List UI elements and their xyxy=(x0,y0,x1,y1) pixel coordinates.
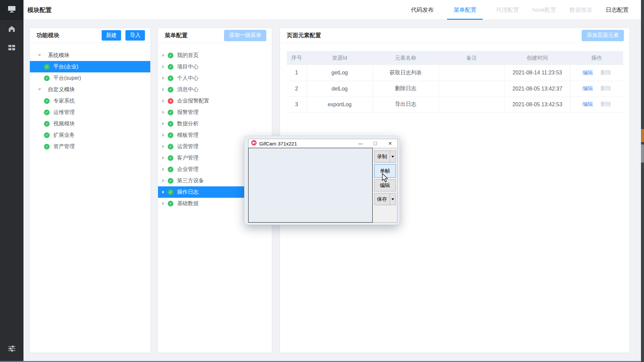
check-circle-icon: ✓ xyxy=(44,75,50,81)
tab-hook-config[interactable]: hook配置 xyxy=(532,0,556,20)
check-circle-icon: ✓ xyxy=(168,132,173,138)
close-button[interactable]: ✕ xyxy=(383,139,397,148)
record-button[interactable]: 录制 xyxy=(374,150,396,163)
check-circle-icon: ✓ xyxy=(168,64,173,70)
check-circle-icon: ✓ xyxy=(44,132,50,138)
scrollbar-marker xyxy=(641,129,644,142)
chevron-down-icon xyxy=(38,54,41,56)
tree-item[interactable]: ✓ 视频模块 xyxy=(30,118,150,129)
function-modules-panel: 功能模块 新建 导入 系统模块 ✓ 平台(企业) ✓ 平台(super) 自定义… xyxy=(30,28,151,353)
chevron-down-icon xyxy=(38,88,41,90)
tree-item[interactable]: ✓ 平台(super) xyxy=(30,72,150,84)
menu-item[interactable]: ✓消息中心 xyxy=(158,84,272,95)
delete-link[interactable]: 删除 xyxy=(600,85,611,91)
menu-item[interactable]: ✓数据分析 xyxy=(158,118,272,129)
tree-item[interactable]: ✓ 专家系统 xyxy=(30,95,150,107)
edit-link[interactable]: 编辑 xyxy=(582,101,593,107)
page-elements-table: 序号 资源Id 元素名称 备注 创建时间 操作 1 getLog 获取日志列表 … xyxy=(287,51,623,113)
check-circle-icon: ✓ xyxy=(168,201,173,206)
chevron-right-icon xyxy=(162,122,164,125)
check-circle-icon: ✓ xyxy=(168,189,173,195)
app-logo xyxy=(0,0,23,20)
edit-link[interactable]: 编辑 xyxy=(582,70,593,75)
check-circle-icon: ✓ xyxy=(168,75,173,81)
check-circle-icon: ✓ xyxy=(168,121,173,127)
new-module-button[interactable]: 新建 xyxy=(102,30,121,41)
chevron-right-icon xyxy=(162,111,164,114)
panel-title-modules: 功能模块 xyxy=(37,32,59,39)
maximize-button[interactable] xyxy=(368,139,383,148)
tree-group[interactable]: 系统模块 xyxy=(30,50,150,61)
chevron-right-icon xyxy=(162,190,164,194)
minimize-button[interactable]: — xyxy=(353,139,368,148)
tab-proxy-config[interactable]: 代理配置 xyxy=(496,0,519,20)
delete-link[interactable]: 删除 xyxy=(600,70,611,75)
col-element-name: 元素名称 xyxy=(373,51,439,65)
panel-title-menus: 菜单配置 xyxy=(165,32,187,39)
scrollbar-thumb[interactable] xyxy=(641,144,644,163)
save-button[interactable]: 保存 xyxy=(374,193,396,205)
col-remark: 备注 xyxy=(439,51,504,65)
chevron-right-icon xyxy=(162,168,164,171)
tab-menu-config[interactable]: 菜单配置 xyxy=(447,0,483,20)
check-circle-icon: ✓ xyxy=(44,110,50,115)
home-icon xyxy=(8,25,15,34)
col-created: 创建时间 xyxy=(504,51,570,65)
sidebar-item-modules[interactable] xyxy=(0,40,23,56)
delete-link[interactable]: 删除 xyxy=(600,101,611,107)
chevron-right-icon xyxy=(162,179,164,182)
edit-link[interactable]: 编辑 xyxy=(582,85,593,91)
check-circle-icon: ✓ xyxy=(168,53,173,58)
gifcam-app-icon xyxy=(251,140,257,147)
menu-item[interactable]: ✓个人中心 xyxy=(158,72,272,84)
chevron-right-icon xyxy=(162,156,164,160)
import-module-button[interactable]: 导入 xyxy=(125,30,145,41)
tab-code-release[interactable]: 代码发布 xyxy=(411,0,434,20)
add-page-element-button[interactable]: 添加页面元素 xyxy=(582,30,624,41)
check-circle-icon: ✓ xyxy=(168,110,173,115)
col-actions: 操作 xyxy=(570,51,623,65)
chevron-right-icon xyxy=(162,54,164,57)
panel-title-elements: 页面元素配置 xyxy=(287,32,321,39)
tree-item[interactable]: ✓ 运维管理 xyxy=(30,107,150,118)
chevron-right-icon xyxy=(162,202,164,205)
check-circle-icon: ✓ xyxy=(44,64,50,70)
sidebar-item-home[interactable] xyxy=(0,21,23,38)
table-row: 1 getLog 获取日志列表 2021-08-14 11:23:53 编辑删除 xyxy=(287,65,623,81)
tree-item[interactable]: ✓ 资产管理 xyxy=(30,141,150,152)
gifcam-window[interactable]: GifCam 371x221 — ✕ 录制 单帧 编辑 xyxy=(244,136,400,225)
check-circle-icon: ✓ xyxy=(44,121,50,127)
module-tree: 系统模块 ✓ 平台(企业) ✓ 平台(super) 自定义模块 ✓ 专家系统 ✓… xyxy=(30,43,150,152)
check-circle-icon: ✓ xyxy=(44,144,50,149)
top-tab-bar: 代码发布 菜单配置 代理配置 hook配置 数据推送 日志配置 xyxy=(411,0,629,20)
tab-data-push[interactable]: 数据推送 xyxy=(570,0,592,20)
tree-item[interactable]: ✓ 扩展业务 xyxy=(30,129,150,141)
gifcam-capture-viewport xyxy=(248,148,373,223)
table-row: 3 exportLog 导出日志 2021-08-05 13:42:53 编辑删… xyxy=(287,97,623,112)
mouse-cursor xyxy=(382,173,389,184)
monitor-logo-icon xyxy=(7,5,16,14)
apps-grid-icon xyxy=(8,45,15,52)
page-title: 模块配置 xyxy=(28,0,52,20)
top-header: 模块配置 代码发布 菜单配置 代理配置 hook配置 数据推送 日志配置 xyxy=(23,0,644,20)
save-dropdown-arrow[interactable] xyxy=(390,193,395,205)
chevron-right-icon xyxy=(162,76,164,80)
record-dropdown-arrow[interactable] xyxy=(390,151,395,162)
tab-log-config[interactable]: 日志配置 xyxy=(606,0,629,20)
check-circle-icon: ✓ xyxy=(168,87,173,93)
tree-item-selected[interactable]: ✓ 平台(企业) xyxy=(30,61,150,72)
chevron-right-icon xyxy=(162,65,164,68)
gifcam-window-title: GifCam 371x221 xyxy=(259,141,353,146)
tree-group[interactable]: 自定义模块 xyxy=(30,84,150,95)
page-scrollbar[interactable] xyxy=(641,0,644,362)
menu-item[interactable]: ✕企业报警配置 xyxy=(158,95,272,107)
menu-item[interactable]: ✓报警管理 xyxy=(158,107,272,118)
add-top-menu-button[interactable]: 添加一级菜单 xyxy=(224,30,266,41)
table-header-row: 序号 资源Id 元素名称 备注 创建时间 操作 xyxy=(287,51,623,65)
menu-item[interactable]: ✓项目中心 xyxy=(158,61,272,72)
gifcam-titlebar[interactable]: GifCam 371x221 — ✕ xyxy=(248,139,398,148)
sidebar-item-settings[interactable] xyxy=(0,341,23,357)
menu-item[interactable]: ✓我的首页 xyxy=(158,50,272,61)
check-circle-icon: ✓ xyxy=(44,98,50,104)
chevron-right-icon xyxy=(162,133,164,137)
